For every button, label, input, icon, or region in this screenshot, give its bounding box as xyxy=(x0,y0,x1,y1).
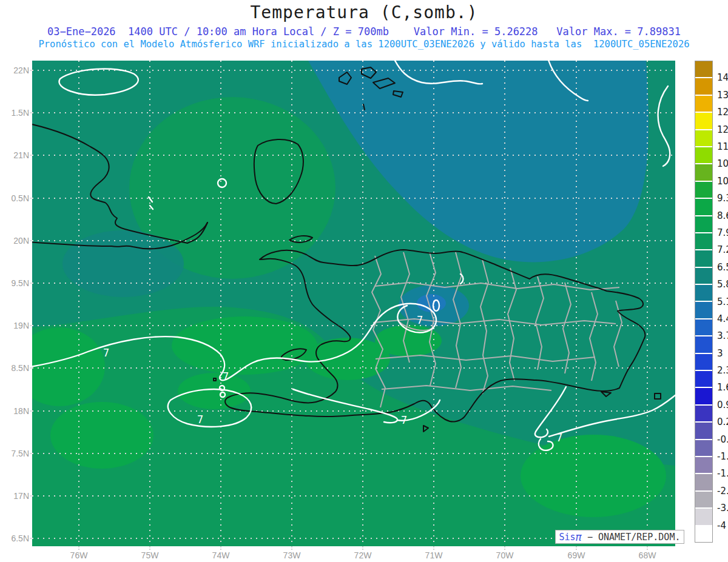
colorbar-cell xyxy=(695,336,712,353)
colorbar-cell xyxy=(695,526,712,542)
map-plot-area: 777777 xyxy=(32,61,675,546)
colorbar-tick-label: -0.5 xyxy=(717,434,728,445)
colorbar-tick-label: 14.2 xyxy=(717,72,728,83)
colorbar-tick-label: 9.3 xyxy=(717,193,728,204)
temperature-field-map: 777777 xyxy=(32,61,675,546)
weather-map-page: Temperatura (C,somb.) 03−Ene−2026 1400 U… xyxy=(0,0,728,562)
lat-tick-label: 8.5N xyxy=(0,363,29,373)
lat-tick-label: 6.5N xyxy=(0,533,29,544)
lat-tick-label: 21N xyxy=(0,150,29,161)
contour-label: 7 xyxy=(401,414,407,426)
watermark-org xyxy=(582,532,587,543)
lon-tick-label: 76W xyxy=(61,550,97,560)
lat-tick-dots xyxy=(25,495,32,497)
colorbar-cell xyxy=(695,457,712,474)
colorbar-tick-label: 11.4 xyxy=(717,141,728,152)
watermark-brand: Sis xyxy=(559,532,576,543)
colorbar-cell xyxy=(695,199,712,216)
colorbar-cell xyxy=(695,319,712,336)
colorbar-tick-label: 2.3 xyxy=(717,365,728,376)
colorbar-cell xyxy=(695,371,712,388)
colorbar-cell xyxy=(695,233,712,250)
watermark-org-text: − ONAMET/REP.DOM. xyxy=(587,532,681,543)
colorbar-tick-label: -2.6 xyxy=(717,486,728,497)
colorbar-cell xyxy=(695,388,712,405)
colorbar-cell xyxy=(695,406,712,423)
colorbar-cell xyxy=(695,96,712,113)
lat-tick-dots xyxy=(25,410,32,412)
colorbar-tick-label: 10 xyxy=(717,176,728,187)
lon-tick xyxy=(433,546,434,550)
colorbar-cell xyxy=(695,285,712,302)
lon-tick xyxy=(78,546,79,550)
contour-label: 7 xyxy=(556,432,562,444)
colorbar-tick-label: 1.6 xyxy=(717,382,728,393)
lat-tick-label: 9.5N xyxy=(0,278,29,289)
colorbar-tick-label: 7.9 xyxy=(717,227,728,238)
colorbar-cell xyxy=(695,78,712,95)
valid-time-line: 03−Ene−2026 1400 UTC / 10:00 am Hora Loc… xyxy=(0,25,728,38)
lat-tick-label: 1.5N xyxy=(0,107,29,118)
colorbar-tick-label: -3.3 xyxy=(717,503,728,513)
lat-tick-label: 7.5N xyxy=(0,448,29,459)
colorbar-cell xyxy=(695,268,712,285)
colorbar-cell xyxy=(695,423,712,440)
colorbar-cell xyxy=(695,302,712,319)
colorbar-cell xyxy=(695,216,712,233)
lat-tick-dots xyxy=(25,240,32,241)
colorbar-cell xyxy=(695,354,712,371)
colorbar-cell xyxy=(695,509,712,526)
colorbar-cell xyxy=(695,440,712,457)
colorbar-tick-label: 3.7 xyxy=(717,330,728,341)
lat-tick-label: 18N xyxy=(0,406,29,416)
pi-symbol: π xyxy=(576,531,582,543)
colorbar-cell xyxy=(695,492,712,509)
shaded-field xyxy=(32,61,675,546)
lat-tick-dots xyxy=(25,325,32,326)
colorbar-cell xyxy=(695,113,712,130)
lat-tick-dots xyxy=(25,453,32,454)
lon-tick xyxy=(504,546,505,550)
lat-tick-dots xyxy=(25,112,32,113)
colorbar-tick-label: 7.2 xyxy=(717,244,728,255)
colorbar-tick-label: -4 xyxy=(717,520,726,531)
contour-label: 7 xyxy=(417,314,423,326)
contour-label: 7 xyxy=(103,347,109,359)
lat-tick-label: 22N xyxy=(0,65,29,76)
colorbar-tick-label: 13.5 xyxy=(717,90,728,101)
colorbar-cell xyxy=(695,250,712,267)
lon-tick xyxy=(647,546,648,550)
colorbar-tick-label: 5.8 xyxy=(717,279,728,290)
lon-tick xyxy=(220,546,221,550)
lon-tick-label: 68W xyxy=(629,550,666,560)
colorbar-tick-label: 8.6 xyxy=(717,210,728,221)
lat-tick-dots xyxy=(25,283,32,284)
lon-tick-label: 73W xyxy=(274,550,310,560)
colorbar-cell xyxy=(695,130,712,147)
lat-tick-dots xyxy=(25,367,32,369)
colorbar-tick-label: 0.2 xyxy=(717,416,728,427)
lon-tick xyxy=(291,546,292,550)
lat-tick-label: 17N xyxy=(0,490,29,501)
lon-tick xyxy=(362,546,363,550)
lon-tick-label: 72W xyxy=(345,550,381,560)
colorbar-cell xyxy=(695,182,712,199)
lat-tick-label: 20N xyxy=(0,235,29,246)
colorbar-cell xyxy=(695,147,712,164)
colorbar-tick-label: 12.8 xyxy=(717,107,728,118)
colorbar-cell xyxy=(695,474,712,491)
lon-tick xyxy=(576,546,577,550)
colorbar-tick-label: 3 xyxy=(717,348,723,359)
lat-tick-dots xyxy=(25,198,32,199)
colorbar-tick-label: 0.9 xyxy=(717,400,728,410)
temperature-colorbar xyxy=(695,61,713,543)
colorbar-tick-label: 10.7 xyxy=(717,158,728,169)
colorbar-tick-label: 12.1 xyxy=(717,124,728,135)
lon-tick-label: 75W xyxy=(132,550,168,560)
lon-tick-label: 71W xyxy=(416,550,452,560)
lat-tick-label: 19N xyxy=(0,320,29,331)
lat-tick-dots xyxy=(25,538,32,539)
contour-label: 7 xyxy=(223,370,229,383)
lat-tick-label: 0.5N xyxy=(0,193,29,204)
contour-label: 7 xyxy=(197,413,203,426)
